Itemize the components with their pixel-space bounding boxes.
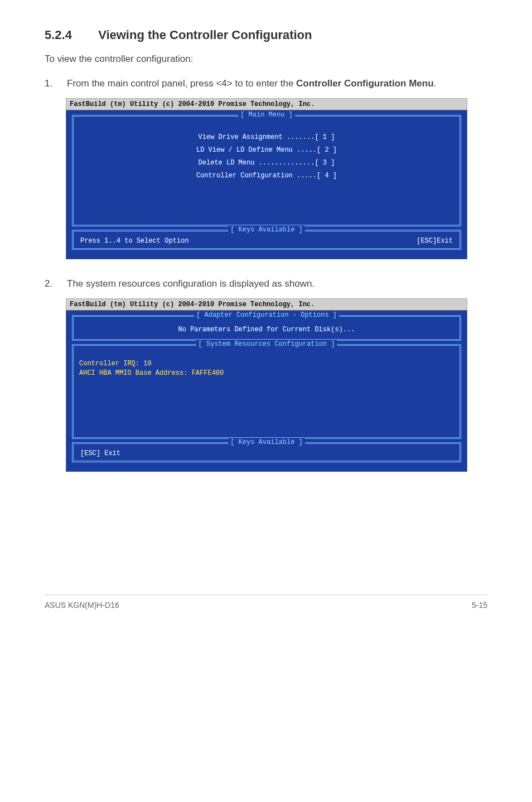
- menu-item: LD View / LD Define Menu .....[ 2 ]: [79, 144, 454, 157]
- keys-panel: [ Keys Available ] [ESC] Exit: [72, 442, 461, 462]
- keys-row: Press 1..4 to Select Option [ESC]Exit: [79, 235, 454, 245]
- console-header: FastBuild (tm) Utility (c) 2004-2010 Pro…: [66, 298, 467, 310]
- keys-row: [ESC] Exit: [79, 447, 454, 457]
- system-resources-panel: [ System Resources Configuration ] Contr…: [72, 344, 461, 439]
- sys-line: AHCI HBA MMIO Base Address: FAFFE400: [79, 369, 454, 378]
- step-body: The system resources configuration is di…: [67, 277, 487, 291]
- keys-title: [ Keys Available ]: [228, 226, 305, 234]
- step-text-post: .: [434, 78, 437, 89]
- menu-item: Controller Configuration .....[ 4 ]: [79, 170, 454, 182]
- footer-left: ASUS KGN(M)H-D16: [45, 601, 119, 610]
- console-1: FastBuild (tm) Utility (c) 2004-2010 Pro…: [66, 98, 467, 259]
- main-menu-panel: [ Main Menu ] View Drive Assignment ....…: [72, 115, 461, 226]
- adapter-title: [ Adapter Configuration - Options ]: [194, 311, 339, 319]
- section-heading: 5.2.4 Viewing the Controller Configurati…: [45, 28, 487, 42]
- keys-left: [ESC] Exit: [80, 450, 120, 457]
- console-body: [ Main Menu ] View Drive Assignment ....…: [66, 110, 467, 259]
- menu-item: Delete LD Menu ..............[ 3 ]: [79, 157, 454, 170]
- section-number: 5.2.4: [45, 28, 95, 42]
- step-text-pre: From the main control panel, press <4> t…: [67, 78, 296, 89]
- adapter-message: No Parameters Defined for Current Disk(s…: [79, 320, 454, 338]
- page-footer: ASUS KGN(M)H-D16 5-15: [45, 595, 487, 610]
- sys-title: [ System Resources Configuration ]: [196, 340, 337, 348]
- console-2: FastBuild (tm) Utility (c) 2004-2010 Pro…: [66, 298, 467, 472]
- keys-title: [ Keys Available ]: [228, 438, 305, 446]
- keys-panel: [ Keys Available ] Press 1..4 to Select …: [72, 230, 461, 250]
- keys-left: Press 1..4 to Select Option: [80, 237, 188, 245]
- step-number: 2.: [45, 277, 67, 291]
- console-body: [ Adapter Configuration - Options ] No P…: [66, 310, 467, 472]
- step-2: 2. The system resources configuration is…: [45, 277, 487, 291]
- step-text-bold: Controller Configuration Menu: [296, 78, 433, 89]
- footer-right: 5-15: [472, 601, 487, 610]
- menu-item: View Drive Assignment .......[ 1 ]: [79, 131, 454, 144]
- keys-right: [ESC]Exit: [417, 237, 453, 245]
- adapter-panel: [ Adapter Configuration - Options ] No P…: [72, 315, 461, 341]
- main-menu-title: [ Main Menu ]: [238, 111, 295, 119]
- console-header: FastBuild (tm) Utility (c) 2004-2010 Pro…: [66, 98, 467, 110]
- section-title: Viewing the Controller Configuration: [98, 28, 312, 42]
- step-text-pre: The system resources configuration is di…: [67, 278, 315, 289]
- step-number: 1.: [45, 77, 67, 91]
- sys-body: Controller IRQ: 10 AHCI HBA MMIO Base Ad…: [79, 349, 454, 434]
- sys-line: Controller IRQ: 10: [79, 359, 454, 369]
- menu-items: View Drive Assignment .......[ 1 ] LD Vi…: [79, 120, 454, 221]
- step-body: From the main control panel, press <4> t…: [67, 77, 487, 91]
- intro-text: To view the controller configuration:: [45, 52, 487, 66]
- step-1: 1. From the main control panel, press <4…: [45, 77, 487, 91]
